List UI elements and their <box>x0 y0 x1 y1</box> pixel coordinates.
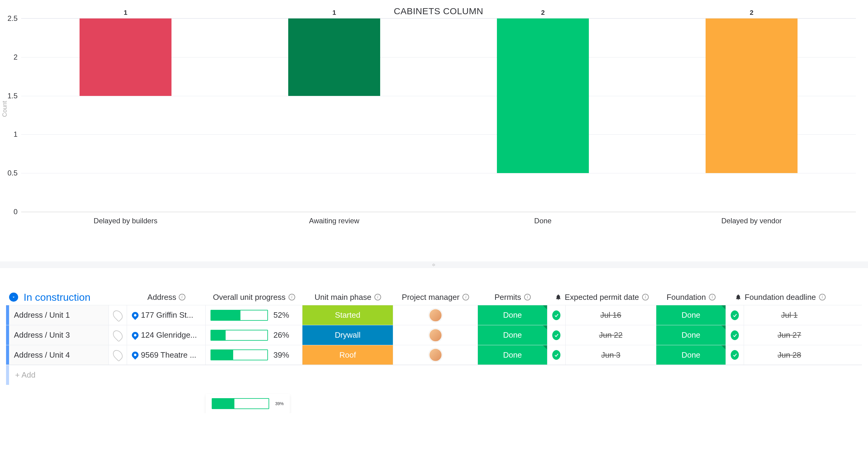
table-row: Address / Unit 4 9569 Theatre ... 39% Ro… <box>6 345 862 365</box>
info-icon[interactable]: i <box>642 294 649 300</box>
chart-bar[interactable]: 1 <box>288 19 380 96</box>
pane-resize-handle[interactable]: ፨ <box>0 261 868 268</box>
col-header-expected-permit[interactable]: Expected permit date i <box>548 289 656 305</box>
permits-status[interactable]: Done <box>478 345 548 364</box>
progress-cell[interactable]: 39% <box>206 345 303 364</box>
x-tick-label: Awaiting review <box>230 215 438 225</box>
foundation-check <box>726 345 744 364</box>
phase-status[interactable]: Started <box>303 305 393 325</box>
col-header-pm[interactable]: Project manager i <box>393 289 478 305</box>
permits-status[interactable]: Done <box>478 325 548 345</box>
col-header-foundation-deadline[interactable]: Foundation deadline i <box>726 289 835 305</box>
col-header-permits[interactable]: Permits i <box>478 289 548 305</box>
table-row: Address / Unit 3 124 Glenridge... 26% Dr… <box>6 325 862 345</box>
foundation-check <box>726 325 744 345</box>
expected-permit-date[interactable]: Jun 3 <box>565 345 656 364</box>
y-tick-label: 0.5 <box>7 169 18 177</box>
progress-value: 26% <box>273 330 289 340</box>
col-header-phase[interactable]: Unit main phase i <box>303 289 393 305</box>
chart-plot-area: 00.511.522.51122 <box>21 18 856 212</box>
info-icon[interactable]: i <box>524 294 531 300</box>
info-icon[interactable]: i <box>709 294 716 300</box>
project-manager-cell[interactable] <box>393 325 478 345</box>
y-tick-label: 2 <box>13 53 18 61</box>
x-tick-label: Done <box>438 215 647 225</box>
check-icon <box>552 311 560 320</box>
permits-status[interactable]: Done <box>478 305 548 325</box>
bell-icon <box>555 294 562 300</box>
info-icon[interactable]: i <box>288 294 295 300</box>
chart-bar[interactable]: 2 <box>706 19 798 173</box>
col-header-address[interactable]: Address i <box>127 289 206 305</box>
bar-value-label: 1 <box>80 9 172 19</box>
phase-status[interactable]: Drywall <box>303 325 393 345</box>
progress-cell[interactable]: 52% <box>206 305 303 325</box>
expected-permit-date[interactable]: Jun 22 <box>565 325 656 345</box>
check-icon <box>552 350 560 360</box>
item-name[interactable]: Address / Unit 3 <box>9 325 109 345</box>
group-collapse-toggle[interactable] <box>9 293 18 302</box>
permit-check <box>548 345 565 364</box>
project-manager-cell[interactable] <box>393 305 478 325</box>
phase-status[interactable]: Roof <box>303 345 393 364</box>
y-tick-label: 1 <box>13 130 18 139</box>
check-icon <box>731 330 739 340</box>
y-tick-label: 2.5 <box>7 14 18 23</box>
location-pin-icon <box>130 330 140 340</box>
project-manager-cell[interactable] <box>393 345 478 364</box>
location-pin-icon <box>130 311 140 320</box>
address-cell[interactable]: 124 Glenridge... <box>127 325 206 345</box>
info-icon[interactable]: i <box>819 294 826 300</box>
chat-icon <box>111 328 125 342</box>
conversation-button[interactable] <box>109 325 127 345</box>
chart-panel: CABINETS COLUMN Count 00.511.522.51122 D… <box>0 0 868 228</box>
foundation-deadline[interactable]: Jun 27 <box>744 325 835 345</box>
address-text: 124 Glenridge... <box>141 330 197 340</box>
foundation-status[interactable]: Done <box>656 305 726 325</box>
foundation-deadline[interactable]: Jul 1 <box>744 305 835 325</box>
add-item-label[interactable]: + Add <box>9 365 862 385</box>
foundation-deadline[interactable]: Jun 28 <box>744 345 835 364</box>
info-icon[interactable]: i <box>179 294 185 300</box>
bar-value-label: 1 <box>288 9 380 19</box>
progress-cell[interactable]: 26% <box>206 325 303 345</box>
col-header-progress[interactable]: Overall unit progress i <box>206 289 303 305</box>
info-icon[interactable]: i <box>462 294 469 300</box>
chat-icon <box>111 348 125 362</box>
expected-permit-date[interactable]: Jul 16 <box>565 305 656 325</box>
address-text: 9569 Theatre ... <box>141 350 196 360</box>
col-header-foundation[interactable]: Foundation i <box>656 289 726 305</box>
item-name[interactable]: Address / Unit 1 <box>9 305 109 325</box>
x-axis-labels: Delayed by buildersAwaiting reviewDoneDe… <box>21 215 856 225</box>
y-tick-label: 1.5 <box>7 92 18 100</box>
table-row: Address / Unit 1 177 Griffin St... 52% S… <box>6 305 862 325</box>
permit-check <box>548 325 565 345</box>
add-item-row[interactable]: + Add <box>6 365 862 385</box>
conversation-button[interactable] <box>109 345 127 364</box>
address-text: 177 Griffin St... <box>141 311 193 320</box>
group-title[interactable]: In construction <box>24 291 90 303</box>
progress-summary-value: 39% <box>275 401 284 406</box>
info-icon[interactable]: i <box>374 294 381 300</box>
item-name[interactable]: Address / Unit 4 <box>9 345 109 364</box>
bar-value-label: 2 <box>706 9 798 19</box>
bar-value-label: 2 <box>497 9 589 19</box>
chart-bar[interactable]: 2 <box>497 19 589 173</box>
foundation-check <box>726 305 744 325</box>
foundation-status[interactable]: Done <box>656 325 726 345</box>
permit-check <box>548 305 565 325</box>
address-cell[interactable]: 177 Griffin St... <box>127 305 206 325</box>
y-axis-label: Count <box>1 101 8 117</box>
foundation-status[interactable]: Done <box>656 345 726 364</box>
conversation-button[interactable] <box>109 305 127 325</box>
chart-bar[interactable]: 1 <box>80 19 172 96</box>
bell-icon <box>735 294 742 300</box>
check-icon <box>552 330 560 340</box>
x-tick-label: Delayed by vendor <box>647 215 856 225</box>
avatar <box>429 348 442 361</box>
avatar <box>429 329 442 342</box>
progress-summary: 39% <box>206 394 290 413</box>
x-tick-label: Delayed by builders <box>21 215 230 225</box>
group-in-construction: In construction Address i Overall unit p… <box>0 289 868 413</box>
address-cell[interactable]: 9569 Theatre ... <box>127 345 206 364</box>
